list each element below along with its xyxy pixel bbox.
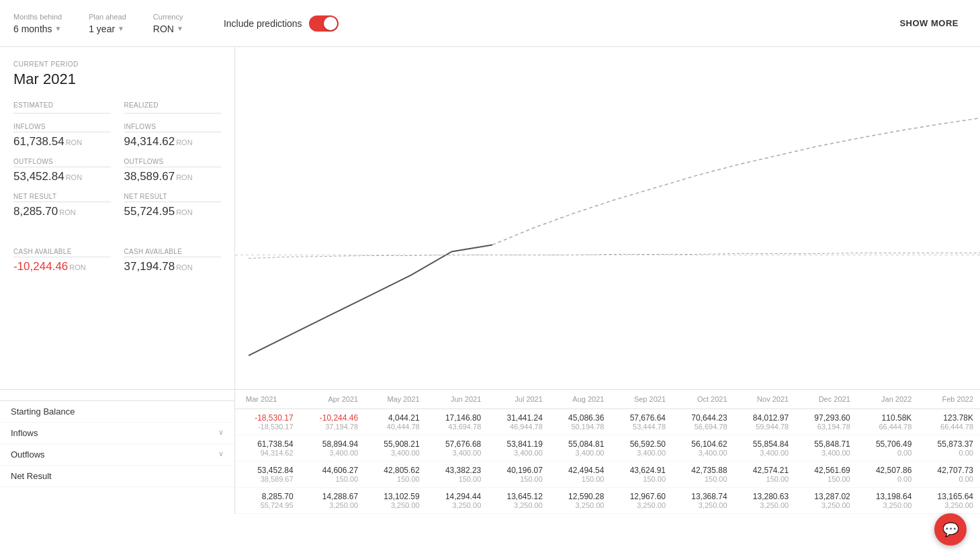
table-left: Starting Balance Inflows ∨ Outflows ∨ Ne…: [0, 390, 235, 514]
data-cell: 55,848.713,400.00: [795, 435, 857, 462]
dashed-lower-line: [249, 253, 980, 258]
secondary-value: 0.00: [925, 475, 973, 483]
table-section: Starting Balance Inflows ∨ Outflows ∨ Ne…: [0, 390, 980, 514]
secondary-value: 0.00: [864, 475, 912, 483]
secondary-value: 66,444.78: [925, 423, 973, 431]
data-cell: 44,606.27150.00: [300, 462, 365, 488]
primary-value: 55,908.21: [371, 439, 420, 449]
column-header: Dec 2021: [795, 390, 857, 409]
predictions-toggle[interactable]: [309, 15, 339, 32]
data-cell: 55,084.813,400.00: [549, 435, 611, 462]
top-bar: Months behind 6 months ▼ Plan ahead 1 ye…: [0, 0, 980, 47]
secondary-value: 46,944.78: [494, 423, 543, 431]
outflows-pair: OUTFLOWS 53,452.84RON OUTFLOWS 38,589.67…: [13, 158, 221, 183]
real-cash-label: CASH AVAILABLE: [124, 248, 222, 255]
primary-value: 12,590.28: [556, 492, 605, 501]
secondary-value: 0.00: [864, 449, 912, 457]
plan-ahead-label: Plan ahead: [89, 13, 126, 21]
data-cell: 61,738.5494,314.62: [235, 435, 300, 462]
data-cell: 40,196.07150.00: [488, 462, 549, 488]
primary-value: 42,494.54: [556, 466, 605, 475]
table-row: 53,452.8438,589.6744,606.27150.0042,805.…: [235, 462, 980, 488]
data-cell: 13,165.643,250.00: [918, 488, 980, 514]
secondary-value: 38,589.67: [242, 475, 294, 483]
secondary-value: 150.00: [617, 475, 666, 483]
plan-ahead-control: Plan ahead 1 year ▼: [89, 13, 126, 34]
real-outflows-value: 38,589.67RON: [124, 170, 222, 183]
inflows-expand-icon[interactable]: ∨: [218, 428, 224, 437]
column-header: Sep 2021: [611, 390, 672, 409]
data-cell: 70,644.2356,694.78: [672, 409, 734, 435]
primary-value: 13,368.74: [679, 492, 727, 501]
secondary-value: 150.00: [371, 475, 420, 483]
primary-value: 55,706.49: [864, 439, 912, 449]
primary-value: 56,104.62: [679, 439, 727, 449]
data-cell: 13,198.643,250.00: [857, 488, 919, 514]
data-cell: 53,452.8438,589.67: [235, 462, 300, 488]
months-behind-dropdown[interactable]: 6 months ▼: [13, 24, 62, 34]
inflows-pair: INFLOWS 61,738.54RON INFLOWS 94,314.62RO…: [13, 123, 221, 148]
outflows-expand-icon[interactable]: ∨: [218, 449, 224, 458]
data-cell: 4,044.2140,444.78: [365, 409, 427, 435]
secondary-value: 3,400.00: [494, 449, 543, 457]
primary-value: 123.78K: [925, 413, 973, 423]
est-cash-divider: [13, 257, 111, 257]
primary-value: 55,854.84: [741, 439, 789, 449]
secondary-value: 59,944.78: [741, 423, 789, 431]
column-header: Nov 2021: [734, 390, 796, 409]
data-table: Mar 2021Apr 2021May 2021Jun 2021Jul 2021…: [235, 390, 980, 514]
column-header: Aug 2021: [549, 390, 611, 409]
data-cell: 13,102.593,250.00: [365, 488, 427, 514]
primary-value: 97,293.60: [802, 413, 850, 423]
secondary-value: 3,250.00: [433, 501, 482, 509]
data-cell: 42,574.21150.00: [734, 462, 796, 488]
real-cash: CASH AVAILABLE 37,194.78RON: [124, 248, 222, 273]
secondary-value: 150.00: [556, 475, 605, 483]
data-cell: 56,592.503,400.00: [611, 435, 672, 462]
secondary-value: 3,400.00: [617, 449, 666, 457]
secondary-value: 55,724.95: [242, 501, 294, 509]
primary-value: 53,452.84: [242, 466, 294, 475]
primary-value: 70,644.23: [679, 413, 727, 423]
currency-arrow-icon: ▼: [177, 25, 183, 32]
table-right[interactable]: Mar 2021Apr 2021May 2021Jun 2021Jul 2021…: [235, 390, 980, 514]
secondary-value: 94,314.62: [242, 449, 294, 457]
est-net: NET RESULT 8,285.70RON: [13, 193, 111, 218]
estimated-label: ESTIMATED: [13, 101, 111, 114]
secondary-value: 3,250.00: [741, 501, 789, 509]
data-cell: 42,561.69150.00: [795, 462, 857, 488]
primary-value: 42,574.21: [741, 466, 789, 475]
row-labels-table: Starting Balance Inflows ∨ Outflows ∨ Ne…: [0, 390, 234, 487]
current-period-label: CURRENT PERIOD: [13, 60, 221, 68]
secondary-value: 3,400.00: [433, 449, 482, 457]
secondary-value: 3,250.00: [307, 501, 359, 509]
primary-value: 40,196.07: [494, 466, 543, 475]
real-outflows-label: OUTFLOWS: [124, 158, 222, 165]
estimated-col-header: ESTIMATED: [13, 101, 111, 118]
est-inflows: INFLOWS 61,738.54RON: [13, 123, 111, 148]
secondary-value: 3,250.00: [864, 501, 912, 509]
real-inflows-label: INFLOWS: [124, 123, 222, 130]
data-cell: 123.78K66,444.78: [918, 409, 980, 435]
data-cell: 84,012.9759,944.78: [734, 409, 796, 435]
data-cell: 45,086.3650,194.78: [549, 409, 611, 435]
est-net-divider: [13, 202, 111, 202]
plan-ahead-dropdown[interactable]: 1 year ▼: [89, 24, 126, 34]
data-cell: 14,294.443,250.00: [427, 488, 488, 514]
primary-value: 57,676.64: [617, 413, 666, 423]
secondary-value: 3,400.00: [679, 449, 727, 457]
real-outflows-divider: [124, 167, 222, 167]
data-cell: 13,645.123,250.00: [488, 488, 549, 514]
primary-value: 42,805.62: [371, 466, 420, 475]
secondary-value: 3,400.00: [307, 449, 359, 457]
data-cell: 57,676.6453,444.78: [611, 409, 672, 435]
column-header: Jan 2022: [857, 390, 919, 409]
data-cell: -18,530.17-18,530.17: [235, 409, 300, 435]
primary-value: 55,848.71: [802, 439, 850, 449]
primary-value: 17,146.80: [433, 413, 482, 423]
data-cell: 42,805.62150.00: [365, 462, 427, 488]
show-more-button[interactable]: SHOW MORE: [891, 14, 967, 32]
currency-dropdown[interactable]: RON ▼: [153, 24, 183, 34]
est-cash-label: CASH AVAILABLE: [13, 248, 111, 255]
primary-value: 55,084.81: [556, 439, 605, 449]
